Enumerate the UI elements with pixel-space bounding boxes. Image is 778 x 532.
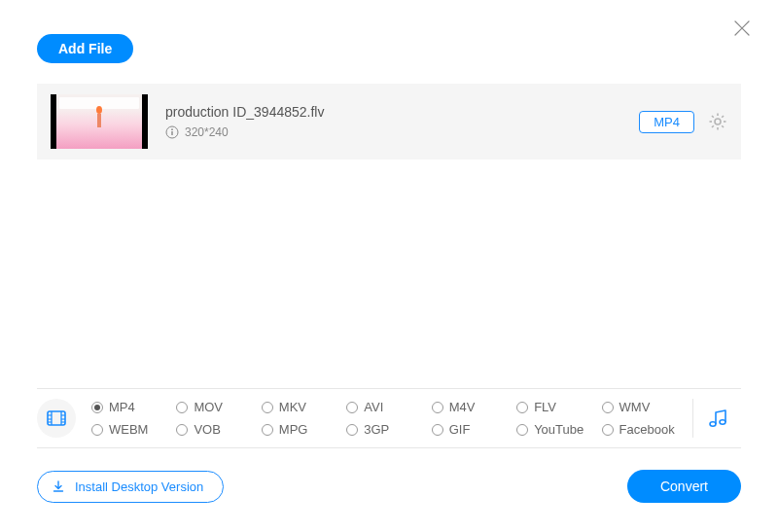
format-option-label: MOV bbox=[194, 400, 223, 414]
format-option-label: M4V bbox=[449, 400, 476, 414]
svg-line-9 bbox=[722, 125, 724, 127]
format-option-mpg[interactable]: MPG bbox=[262, 422, 342, 437]
format-option-label: MP4 bbox=[109, 400, 135, 414]
radio-icon bbox=[602, 424, 614, 436]
radio-icon bbox=[432, 402, 443, 413]
radio-icon bbox=[346, 402, 358, 413]
file-name: production ID_3944852.flv bbox=[165, 104, 639, 120]
format-option-label: GIF bbox=[449, 422, 471, 437]
file-info: production ID_3944852.flv 320*240 bbox=[165, 104, 639, 139]
format-option-label: 3GP bbox=[364, 422, 389, 437]
format-option-flv[interactable]: FLV bbox=[516, 400, 597, 414]
format-option-m4v[interactable]: M4V bbox=[432, 400, 513, 414]
format-option-3gp[interactable]: 3GP bbox=[346, 422, 427, 437]
format-option-label: VOB bbox=[194, 422, 220, 437]
format-option-label: AVI bbox=[364, 400, 383, 414]
svg-point-22 bbox=[720, 420, 725, 424]
format-option-youtube[interactable]: YouTube bbox=[516, 422, 597, 437]
output-format-badge[interactable]: MP4 bbox=[639, 111, 694, 133]
convert-button[interactable]: Convert bbox=[627, 470, 741, 503]
svg-point-1 bbox=[171, 128, 173, 130]
format-option-mkv[interactable]: MKV bbox=[262, 400, 342, 414]
svg-line-10 bbox=[712, 125, 714, 127]
format-option-label: MKV bbox=[279, 400, 306, 414]
svg-rect-2 bbox=[171, 131, 172, 135]
format-option-vob[interactable]: VOB bbox=[176, 422, 257, 437]
gear-icon[interactable] bbox=[708, 112, 727, 131]
format-option-label: FLV bbox=[534, 400, 556, 414]
info-icon[interactable] bbox=[165, 125, 179, 139]
radio-icon bbox=[176, 424, 188, 436]
format-option-webm[interactable]: WEBM bbox=[91, 422, 172, 437]
format-option-avi[interactable]: AVI bbox=[346, 400, 427, 414]
svg-line-8 bbox=[712, 116, 714, 118]
radio-icon bbox=[91, 402, 103, 413]
format-option-label: MPG bbox=[279, 422, 308, 437]
format-option-label: WMV bbox=[619, 400, 651, 414]
radio-icon bbox=[262, 424, 273, 436]
format-option-label: YouTube bbox=[534, 422, 584, 437]
radio-icon bbox=[602, 402, 614, 413]
format-option-label: WEBM bbox=[109, 422, 148, 437]
bottom-bar: Install Desktop Version Convert bbox=[37, 470, 741, 503]
video-icon[interactable] bbox=[37, 399, 76, 438]
audio-icon[interactable] bbox=[692, 399, 741, 438]
install-desktop-button[interactable]: Install Desktop Version bbox=[37, 471, 224, 503]
file-resolution: 320*240 bbox=[185, 125, 229, 139]
radio-icon bbox=[516, 402, 528, 413]
format-option-facebook[interactable]: Facebook bbox=[602, 422, 683, 437]
download-icon bbox=[52, 479, 65, 493]
format-option-mp4[interactable]: MP4 bbox=[91, 400, 172, 414]
radio-icon bbox=[516, 424, 528, 436]
close-icon[interactable] bbox=[733, 19, 751, 40]
svg-line-11 bbox=[722, 116, 724, 118]
radio-icon bbox=[176, 402, 188, 413]
svg-point-21 bbox=[710, 422, 716, 426]
format-option-wmv[interactable]: WMV bbox=[602, 400, 683, 414]
file-thumbnail[interactable] bbox=[51, 94, 148, 149]
radio-icon bbox=[91, 424, 103, 436]
radio-icon bbox=[346, 424, 358, 436]
format-panel: MP4MOVMKVAVIM4VFLVWMVWEBMVOBMPG3GPGIFYou… bbox=[37, 388, 741, 448]
format-option-gif[interactable]: GIF bbox=[432, 422, 513, 437]
svg-rect-12 bbox=[48, 411, 65, 425]
install-desktop-label: Install Desktop Version bbox=[75, 479, 203, 494]
svg-point-3 bbox=[715, 119, 721, 124]
file-row: production ID_3944852.flv 320*240 MP4 bbox=[37, 84, 741, 160]
format-option-label: Facebook bbox=[619, 422, 675, 437]
radio-icon bbox=[262, 402, 273, 413]
format-option-mov[interactable]: MOV bbox=[176, 400, 257, 414]
radio-icon bbox=[432, 424, 443, 436]
add-file-button[interactable]: Add File bbox=[37, 34, 133, 63]
